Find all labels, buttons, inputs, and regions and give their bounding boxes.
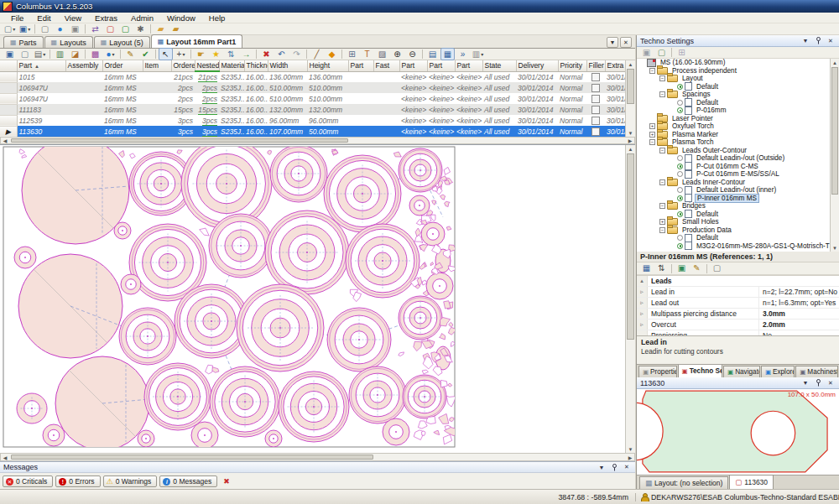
- dropdown-arrow-icon[interactable]: ▾: [28, 26, 30, 32]
- tree-item[interactable]: MS (16.00-16.90mm): [637, 59, 839, 67]
- clear-messages-icon[interactable]: ✖: [223, 477, 230, 486]
- tree-item[interactable]: Laser Pointer: [637, 115, 839, 123]
- tree-item[interactable]: Default: [637, 99, 839, 107]
- menu-item-extras[interactable]: Extras: [89, 13, 123, 23]
- column-header-assembly[interactable]: Assembly: [65, 60, 102, 71]
- copy-disabled-icon[interactable]: ⊞: [675, 46, 689, 59]
- new-document-icon[interactable]: ▢▾: [3, 23, 17, 35]
- side-tab-properties[interactable]: ▣Properties: [638, 366, 677, 377]
- new-profile-icon[interactable]: ▢: [654, 46, 669, 59]
- folder2-icon[interactable]: ▰: [169, 23, 183, 35]
- edit-icon[interactable]: ✎: [123, 48, 138, 60]
- column-header-item[interactable]: Item: [143, 60, 171, 71]
- collapse-icon[interactable]: −: [659, 91, 665, 97]
- column-header-state[interactable]: State: [482, 60, 516, 71]
- chevron-down-icon[interactable]: ▼: [800, 379, 810, 387]
- radio-icon[interactable]: [677, 187, 683, 193]
- column-header-priority[interactable]: Priority: [558, 60, 586, 71]
- dropdown-arrow-icon[interactable]: ▾: [43, 51, 45, 57]
- radio-icon[interactable]: [677, 235, 683, 241]
- save-icon[interactable]: ▣▾: [18, 23, 32, 35]
- row-selector[interactable]: [0, 71, 17, 82]
- table-row[interactable]: 11253916mm MS3pcs3pcsS235J...16.00...96.…: [0, 115, 635, 126]
- frame-icon[interactable]: ▢: [710, 262, 724, 275]
- category-collapse-icon[interactable]: ▴: [637, 276, 648, 286]
- menu-item-admin[interactable]: Admin: [125, 13, 159, 23]
- table-row[interactable]: 101516mm MS21pcs21pcsS235J...16.00...136…: [0, 71, 635, 82]
- redo-icon[interactable]: ↷: [289, 48, 304, 60]
- property-row[interactable]: ▹Overcut2.0mm: [637, 320, 839, 330]
- print-icon[interactable]: ▤▾: [33, 48, 47, 60]
- undo-icon[interactable]: ↶: [274, 48, 289, 60]
- collapse-icon[interactable]: −: [659, 148, 665, 153]
- 0-messages-button[interactable]: i0 Messages: [159, 475, 217, 487]
- tree-item[interactable]: −Spacings: [637, 91, 839, 99]
- paste-icon[interactable]: ▨: [375, 48, 389, 60]
- text-icon[interactable]: T: [360, 48, 374, 60]
- report-icon[interactable]: ◪: [68, 48, 82, 60]
- column-header-part[interactable]: Part: [427, 60, 455, 71]
- 0-criticals-button[interactable]: ✕0 Criticals: [3, 475, 53, 487]
- 0-warnings-button[interactable]: ⚠0 Warnings: [103, 475, 158, 487]
- tab-layouts[interactable]: ▦Layouts: [44, 36, 93, 48]
- tree-vertical-scrollbar[interactable]: ▲ ▼: [830, 59, 839, 252]
- scroll-up-icon[interactable]: ▲: [626, 60, 635, 68]
- side-tab-explorer[interactable]: ▣Explorer: [761, 366, 795, 377]
- folder-icon[interactable]: ▰: [154, 23, 168, 35]
- move-part-icon[interactable]: +▾: [174, 48, 188, 60]
- 0-errors-button[interactable]: !0 Errors: [55, 475, 100, 487]
- scroll-down-icon[interactable]: ▼: [626, 445, 635, 453]
- radio-icon[interactable]: [677, 155, 683, 161]
- row-selector[interactable]: [0, 104, 17, 115]
- clipboard-icon[interactable]: ▥▾: [471, 48, 485, 60]
- expand-icon[interactable]: +: [649, 123, 655, 129]
- column-header-part[interactable]: Part: [348, 60, 373, 71]
- property-row[interactable]: ▹Lead inn=2; l=22.7mm; opt=No: [637, 287, 839, 298]
- column-header-delivery[interactable]: Delivery: [516, 60, 558, 71]
- table-horizontal-scrollbar[interactable]: ◀ ▶: [0, 137, 635, 144]
- property-expand-icon[interactable]: ▹: [637, 309, 648, 319]
- property-expand-icon[interactable]: ▹: [637, 320, 648, 330]
- property-expand-icon[interactable]: ▹: [637, 298, 648, 308]
- tree-item[interactable]: +Oxyfuel Torch: [637, 122, 839, 131]
- radio-selected-icon[interactable]: [677, 243, 683, 249]
- go-icon[interactable]: →: [239, 48, 253, 60]
- layout-canvas[interactable]: ▲ ▼: [0, 144, 635, 453]
- collapse-icon[interactable]: −: [659, 227, 665, 233]
- canvas-hscroll-thumb[interactable]: [11, 455, 373, 460]
- marker-icon[interactable]: ◆: [325, 48, 339, 60]
- menu-item-help[interactable]: Help: [203, 13, 232, 23]
- sort-az-icon[interactable]: ⇅: [654, 262, 669, 275]
- row-selector[interactable]: ▶: [0, 126, 17, 137]
- save-disabled-icon[interactable]: ▣: [639, 46, 654, 59]
- categorized-icon[interactable]: ▦: [639, 262, 654, 275]
- expand-icon[interactable]: +: [659, 219, 665, 225]
- tab-close-icon[interactable]: ✕: [620, 37, 632, 48]
- zoom-out-icon[interactable]: ⊖: [405, 48, 420, 60]
- table-row[interactable]: ▶11363016mm MS3pcs3pcsS235J...16.00...10…: [0, 126, 635, 137]
- pin-icon[interactable]: [813, 37, 823, 45]
- column-header-part[interactable]: Part▲: [17, 60, 65, 71]
- table-row[interactable]: 106947U16mm MS2pcs2pcsS235J...16.00...51…: [0, 82, 635, 93]
- column-header-fast[interactable]: Fast: [373, 60, 399, 71]
- dropdown-arrow-icon[interactable]: ▾: [13, 26, 15, 32]
- property-row[interactable]: ▹Multipass piercing distance3.0mm: [637, 309, 839, 320]
- collapse-icon[interactable]: −: [659, 203, 665, 209]
- database-icon[interactable]: ●: [53, 23, 67, 35]
- radio-icon[interactable]: [677, 171, 683, 177]
- column-header-nested[interactable]: Nested: [195, 60, 219, 71]
- tab-layout-5-[interactable]: ▦Layout (5): [94, 36, 150, 48]
- close-icon[interactable]: ✕: [622, 463, 632, 471]
- tab-scroll-down-icon[interactable]: ▼: [607, 37, 618, 48]
- collapse-icon[interactable]: »: [456, 48, 470, 60]
- chart-icon[interactable]: ▥: [53, 48, 67, 60]
- filler-checkbox[interactable]: [591, 106, 600, 114]
- table-vscroll-thumb[interactable]: [627, 69, 634, 104]
- column-header-material[interactable]: Material: [219, 60, 244, 71]
- column-header-ordered[interactable]: Ordered: [171, 60, 195, 71]
- table-view-icon[interactable]: ▤: [425, 48, 440, 60]
- radio-selected-icon[interactable]: [677, 211, 683, 217]
- row-selector[interactable]: [0, 82, 17, 93]
- radio-selected-icon[interactable]: [677, 84, 683, 90]
- database-icon[interactable]: ●▾: [103, 48, 117, 60]
